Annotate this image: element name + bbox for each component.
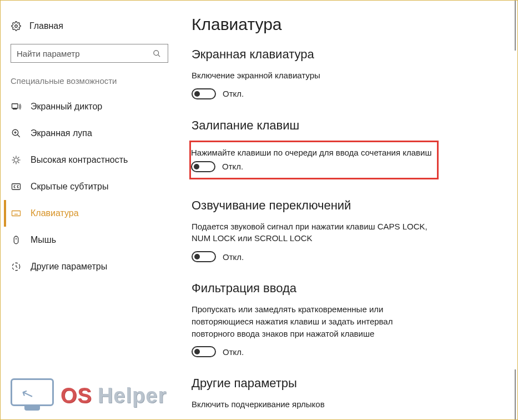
svg-line-16 xyxy=(13,162,14,163)
scrollbar[interactable] xyxy=(514,1,516,419)
svg-line-8 xyxy=(17,134,20,137)
search-icon xyxy=(151,48,162,59)
toggle-state: Откл. xyxy=(223,252,244,262)
toggle-togglekeys[interactable] xyxy=(192,251,216,262)
narrator-icon xyxy=(11,101,22,112)
sidebar-item-other[interactable]: Другие параметры xyxy=(4,253,173,280)
other-icon xyxy=(11,261,22,272)
toggle-sticky-keys[interactable] xyxy=(191,161,215,172)
nav-label: Другие параметры xyxy=(31,262,107,272)
toggle-filter-keys[interactable] xyxy=(192,346,216,357)
search-input-container[interactable] xyxy=(11,44,168,63)
magnifier-icon xyxy=(11,128,22,139)
sidebar-item-closed-captions[interactable]: Скрытые субтитры xyxy=(4,173,173,200)
svg-line-17 xyxy=(18,157,19,158)
section-title: Экранная клавиатура xyxy=(192,47,504,62)
svg-line-14 xyxy=(13,157,14,158)
nav-label: Скрытые субтитры xyxy=(31,182,108,192)
section-title: Другие параметры xyxy=(192,376,504,391)
svg-rect-4 xyxy=(13,108,17,109)
nav-label: Мышь xyxy=(31,235,56,245)
main-content: Клавиатура Экранная клавиатура Включение… xyxy=(178,1,517,419)
search-input[interactable] xyxy=(17,49,151,58)
section-sticky-keys: Залипание клавиш Нажимайте клавиши по оч… xyxy=(192,118,504,179)
section-desc: Подается звуковой сигнал при нажатии кла… xyxy=(192,221,436,245)
nav-label: Экранный диктор xyxy=(31,102,102,112)
nav-label: Клавиатура xyxy=(31,208,79,218)
section-filter-keys: Фильтрация ввода Пропускать или замедлят… xyxy=(192,281,504,357)
section-other-params: Другие параметры Включить подчеркивание … xyxy=(192,376,504,411)
section-title: Залипание клавиш xyxy=(192,118,504,133)
svg-point-0 xyxy=(15,25,18,28)
section-desc: Нажимайте клавиши по очереди для ввода с… xyxy=(191,147,431,159)
svg-line-15 xyxy=(18,162,19,163)
highlight-annotation: Нажимайте клавиши по очереди для ввода с… xyxy=(189,141,439,179)
svg-rect-19 xyxy=(12,211,21,216)
svg-rect-18 xyxy=(12,184,21,190)
toggle-state: Откл. xyxy=(223,347,244,357)
sidebar-item-keyboard[interactable]: Клавиатура xyxy=(4,200,173,227)
section-toggle-keys: Озвучивание переключений Подается звуков… xyxy=(192,198,504,263)
keyboard-icon xyxy=(11,208,22,219)
svg-line-2 xyxy=(158,54,160,57)
section-title: Фильтрация ввода xyxy=(192,281,504,296)
svg-point-1 xyxy=(153,50,158,55)
gear-icon xyxy=(11,21,22,32)
section-desc: Пропускать или замедлять кратковременные… xyxy=(192,303,436,339)
toggle-onscreen-keyboard[interactable] xyxy=(192,88,216,99)
toggle-state: Откл. xyxy=(222,162,243,171)
mouse-icon xyxy=(11,234,22,246)
svg-rect-3 xyxy=(12,104,18,108)
section-desc: Включение экранной клавиатуры xyxy=(192,69,436,82)
sidebar-item-mouse[interactable]: Мышь xyxy=(4,227,173,253)
nav-label: Высокая контрастность xyxy=(31,155,128,165)
toggle-state: Откл. xyxy=(223,89,244,98)
cc-icon xyxy=(11,181,22,192)
page-title: Клавиатура xyxy=(192,15,504,34)
nav-label: Экранная лупа xyxy=(31,128,92,138)
sidebar-item-magnifier[interactable]: Экранная лупа xyxy=(4,120,173,147)
category-label: Специальные возможности xyxy=(6,76,173,93)
contrast-icon xyxy=(11,154,22,166)
sidebar-item-high-contrast[interactable]: Высокая контрастность xyxy=(4,147,173,173)
sidebar-home[interactable]: Главная xyxy=(6,17,173,38)
section-title: Озвучивание переключений xyxy=(192,198,504,213)
svg-point-9 xyxy=(14,158,18,162)
sidebar-item-narrator[interactable]: Экранный диктор xyxy=(4,93,173,120)
section-onscreen-keyboard: Экранная клавиатура Включение экранной к… xyxy=(192,47,504,99)
section-desc: Включить подчеркивание ярлыков xyxy=(192,398,436,411)
home-label: Главная xyxy=(29,21,63,31)
svg-rect-25 xyxy=(14,236,18,244)
